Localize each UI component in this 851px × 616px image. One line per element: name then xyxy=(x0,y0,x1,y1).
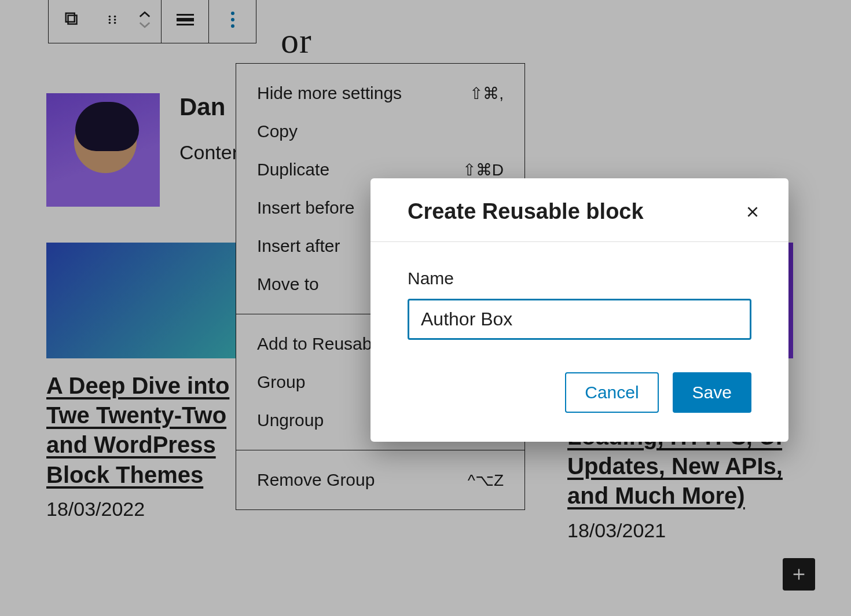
svg-rect-9 xyxy=(177,18,194,21)
svg-rect-10 xyxy=(177,24,194,25)
menu-copy[interactable]: Copy xyxy=(236,112,524,151)
menu-remove-group[interactable]: Remove Group ^⌥Z xyxy=(236,461,524,499)
svg-rect-0 xyxy=(68,16,77,24)
create-reusable-block-modal: Create Reusable block Name Cancel Save xyxy=(371,178,788,442)
close-icon xyxy=(745,204,760,219)
menu-item-label: Ungroup xyxy=(257,410,324,430)
more-options-button[interactable] xyxy=(208,0,256,43)
menu-item-label: Insert before xyxy=(257,198,354,218)
save-button[interactable]: Save xyxy=(673,372,751,413)
copy-icon xyxy=(64,11,81,28)
block-mover[interactable] xyxy=(129,0,161,43)
block-type-button[interactable] xyxy=(49,0,96,43)
drag-handle[interactable] xyxy=(96,0,129,43)
modal-title: Create Reusable block xyxy=(408,199,644,224)
name-input[interactable] xyxy=(408,299,751,340)
menu-hide-more-settings[interactable]: Hide more settings ⇧⌘, xyxy=(236,74,524,112)
svg-point-3 xyxy=(114,16,116,18)
drag-icon xyxy=(106,13,119,26)
menu-item-label: Copy xyxy=(257,122,298,141)
close-button[interactable] xyxy=(742,201,763,222)
menu-item-label: Remove Group xyxy=(257,470,375,490)
menu-item-label: Hide more settings xyxy=(257,83,402,103)
menu-item-shortcut: ^⌥Z xyxy=(468,471,504,490)
svg-point-7 xyxy=(114,22,116,24)
chevron-up-icon xyxy=(138,11,151,18)
svg-point-11 xyxy=(231,12,234,15)
svg-rect-1 xyxy=(66,13,75,22)
svg-rect-8 xyxy=(177,14,194,16)
cancel-button[interactable]: Cancel xyxy=(565,372,658,413)
menu-item-label: Duplicate xyxy=(257,160,329,179)
add-block-button[interactable] xyxy=(783,558,815,591)
menu-item-label: Group xyxy=(257,372,305,392)
post-date: 18/03/2021 xyxy=(567,519,793,542)
svg-point-12 xyxy=(231,18,234,21)
svg-point-2 xyxy=(109,16,111,18)
svg-point-13 xyxy=(231,24,234,28)
menu-item-shortcut: ⇧⌘D xyxy=(463,160,504,179)
plus-icon xyxy=(791,566,807,582)
page-title-fragment: or xyxy=(281,20,816,61)
avatar xyxy=(46,93,160,207)
align-button[interactable] xyxy=(161,0,208,43)
svg-point-6 xyxy=(109,22,111,24)
svg-point-4 xyxy=(109,19,111,21)
name-field-label: Name xyxy=(408,269,751,288)
more-icon xyxy=(230,11,235,28)
menu-item-label: Move to xyxy=(257,274,319,294)
menu-item-label: Insert after xyxy=(257,236,340,256)
chevron-down-icon xyxy=(138,21,151,28)
align-icon xyxy=(177,13,194,27)
menu-item-shortcut: ⇧⌘, xyxy=(469,84,504,103)
block-toolbar xyxy=(48,0,256,43)
svg-point-5 xyxy=(114,19,116,21)
